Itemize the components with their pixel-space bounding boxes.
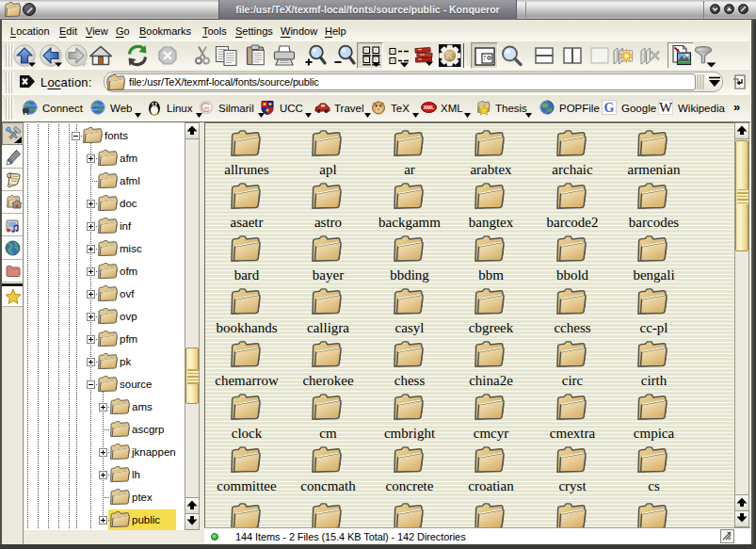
svg-text:G: G	[604, 101, 615, 115]
svg-text:XML: XML	[424, 105, 435, 110]
svg-text:silm: silm	[203, 106, 209, 110]
svg-text:W: W	[659, 100, 673, 115]
svg-text:K: K	[446, 50, 454, 61]
